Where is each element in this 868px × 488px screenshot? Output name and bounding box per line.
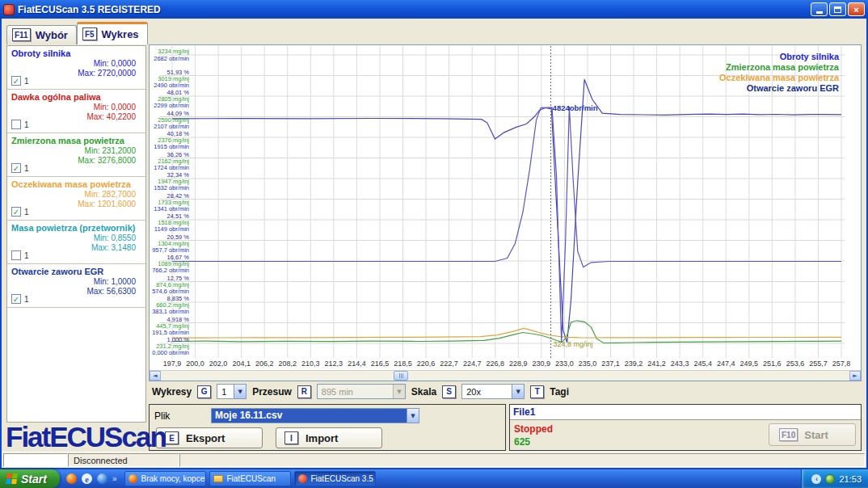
- channel-checkbox[interactable]: ✓: [11, 207, 21, 217]
- parameter-sidebar: Obroty silnikaMin: 0,0000Max: 2720,0000✓…: [6, 45, 146, 423]
- svg-text:239,2: 239,2: [625, 360, 643, 368]
- svg-text:3234 mg/inj: 3234 mg/inj: [158, 48, 189, 55]
- svg-text:Zmierzona masa powietrza: Zmierzona masa powietrza: [726, 62, 840, 72]
- scroll-right-icon[interactable]: ►: [849, 371, 861, 381]
- scroll-left-icon[interactable]: ◄: [150, 371, 161, 381]
- svg-text:2490 obr/min: 2490 obr/min: [154, 82, 189, 89]
- chevron-down-icon[interactable]: ▼: [393, 385, 405, 398]
- svg-text:243,3: 243,3: [671, 360, 689, 368]
- svg-text:1532 obr/min: 1532 obr/min: [154, 184, 189, 191]
- skala-select[interactable]: 20x ▼: [461, 384, 525, 399]
- start-menu-button[interactable]: Start: [0, 469, 60, 488]
- import-key: I: [284, 431, 298, 444]
- taskbar-task-folder[interactable]: FiatECUScan: [209, 471, 291, 486]
- parameter-minmax: Min: 0,0000Max: 40,2200: [86, 103, 136, 122]
- status-bar: Disconnected: [2, 452, 866, 468]
- svg-text:249,5: 249,5: [740, 360, 759, 368]
- svg-text:2682 obr/min: 2682 obr/min: [154, 55, 189, 62]
- parameter-minmax: Min: 231,2000Max: 3276,8000: [78, 146, 136, 166]
- svg-text:766,2 obr/min: 766,2 obr/min: [152, 267, 189, 274]
- svg-text:247,4: 247,4: [717, 360, 735, 368]
- svg-text:222,7: 222,7: [440, 360, 458, 368]
- import-button[interactable]: I Import: [276, 427, 382, 448]
- minimize-button[interactable]: [811, 2, 828, 16]
- parameter-item: Dawka ogólna paliwaMin: 0,0000Max: 40,22…: [7, 90, 145, 133]
- channel-checkbox[interactable]: [11, 250, 21, 260]
- session-counter: 625: [514, 436, 530, 448]
- tagi-label[interactable]: Tagi: [550, 386, 569, 398]
- parameter-item: Masa powietrza (przetwornik)Min: 0,8550M…: [7, 221, 145, 264]
- chart-controls: Wykresy G 1 ▼ Przesuw R 895 min ▼ Skala …: [152, 384, 569, 399]
- chevron-down-icon[interactable]: ▼: [407, 409, 419, 423]
- channel-checkbox[interactable]: ✓: [11, 163, 21, 173]
- taskbar-clock: 21:53: [839, 474, 862, 484]
- chart-canvas[interactable]: 4824obr/min324,8 mg/inj3234 mg/inj2682 o…: [150, 45, 861, 370]
- svg-text:206,2: 206,2: [255, 360, 274, 368]
- svg-text:226,8: 226,8: [486, 360, 504, 368]
- close-button[interactable]: ×: [848, 2, 865, 16]
- channel-label: 1: [24, 208, 29, 217]
- svg-text:214,4: 214,4: [348, 360, 366, 368]
- channel-checkbox[interactable]: [11, 120, 21, 129]
- firefox-icon[interactable]: [66, 473, 77, 484]
- svg-text:957,7 obr/min: 957,7 obr/min: [152, 246, 189, 254]
- chart-horizontal-scrollbar[interactable]: ◄ ►: [150, 370, 861, 381]
- svg-text:235,0: 235,0: [579, 360, 597, 368]
- quick-launch: e »: [60, 473, 124, 484]
- chevron-down-icon[interactable]: ▼: [234, 385, 246, 398]
- hide-icons-icon[interactable]: ‹: [811, 474, 821, 484]
- scroll-track[interactable]: [161, 371, 849, 381]
- start-button[interactable]: F10 Start: [769, 423, 856, 446]
- svg-text:324,8 mg/inj: 324,8 mg/inj: [554, 340, 593, 348]
- connection-status: Disconnected: [68, 453, 179, 467]
- app-window: F11 Wybór F5 Wykres Obroty silnikaMin: 0…: [0, 19, 868, 469]
- svg-text:251,6: 251,6: [763, 360, 782, 368]
- tab-wykres[interactable]: F5 Wykres: [77, 22, 148, 44]
- screen: FiatECUScan 3.5 REGISTERED × F11 Wybór F…: [0, 0, 868, 488]
- eksport-button[interactable]: E Eksport: [156, 427, 263, 448]
- taskbar-task-fiatecuscan[interactable]: FiatECUScan 3.5 REG...: [294, 471, 376, 486]
- svg-text:1915 obr/min: 1915 obr/min: [154, 143, 189, 150]
- svg-text:241,2: 241,2: [647, 360, 666, 368]
- svg-text:237,1: 237,1: [601, 360, 620, 368]
- file-select[interactable]: Moje 16.11.csv ▼: [211, 408, 419, 423]
- svg-text:255,7: 255,7: [809, 360, 828, 368]
- wykresy-select[interactable]: 1 ▼: [217, 384, 246, 399]
- windows-flag-icon: [6, 473, 18, 484]
- przesuw-select[interactable]: 895 min ▼: [317, 384, 406, 399]
- parameter-title: Masa powietrza (przetwornik): [11, 223, 141, 233]
- taskbar-task-browser[interactable]: Brak mocy, kopcenie ...: [124, 471, 206, 486]
- session-file-title: File1: [510, 405, 861, 420]
- internet-explorer-icon[interactable]: e: [82, 473, 92, 484]
- file-panel: Plik Moje 16.11.csv ▼ E Eksport I Import: [149, 404, 506, 451]
- parameter-title: Oczekiwana masa powietrza: [11, 179, 141, 189]
- scroll-thumb[interactable]: [394, 371, 408, 381]
- channel-checkbox[interactable]: ✓: [11, 294, 21, 304]
- tab-wybor-key: F11: [12, 28, 31, 41]
- skala-label: Skala: [411, 386, 436, 398]
- messenger-icon[interactable]: [97, 473, 107, 484]
- svg-text:204,1: 204,1: [232, 360, 251, 368]
- chevron-down-icon[interactable]: ▼: [512, 385, 524, 398]
- tab-wykres-label: Wykres: [102, 28, 139, 40]
- tab-wybor[interactable]: F11 Wybór: [6, 25, 77, 44]
- chart-panel: 4824obr/min324,8 mg/inj3234 mg/inj2682 o…: [149, 44, 862, 381]
- parameter-title: Dawka ogólna paliwa: [11, 92, 141, 102]
- svg-text:1149 obr/min: 1149 obr/min: [154, 225, 189, 233]
- taskbar: Start e » Brak mocy, kopcenie ... FiatEC…: [0, 469, 868, 488]
- tray-app-icon[interactable]: [825, 474, 835, 484]
- svg-text:212,3: 212,3: [325, 360, 343, 368]
- przesuw-key: R: [297, 385, 311, 398]
- parameter-title: Zmierzona masa powietrza: [11, 136, 141, 145]
- svg-text:253,6: 253,6: [786, 360, 805, 368]
- channel-checkbox[interactable]: ✓: [11, 76, 21, 86]
- tab-wybor-label: Wybór: [36, 29, 68, 41]
- system-tray: ‹ 21:53: [801, 469, 868, 488]
- wykresy-label: Wykresy: [152, 386, 192, 398]
- maximize-button[interactable]: [829, 2, 846, 16]
- overflow-chevron-icon[interactable]: »: [112, 474, 117, 483]
- parameter-item: Otwarcie zaworu EGRMin: 1,0000Max: 56,63…: [7, 264, 145, 308]
- svg-text:Otwarcie zaworu EGR: Otwarcie zaworu EGR: [747, 83, 839, 93]
- title-bar: FiatECUScan 3.5 REGISTERED ×: [0, 0, 868, 19]
- svg-text:230,9: 230,9: [533, 360, 551, 368]
